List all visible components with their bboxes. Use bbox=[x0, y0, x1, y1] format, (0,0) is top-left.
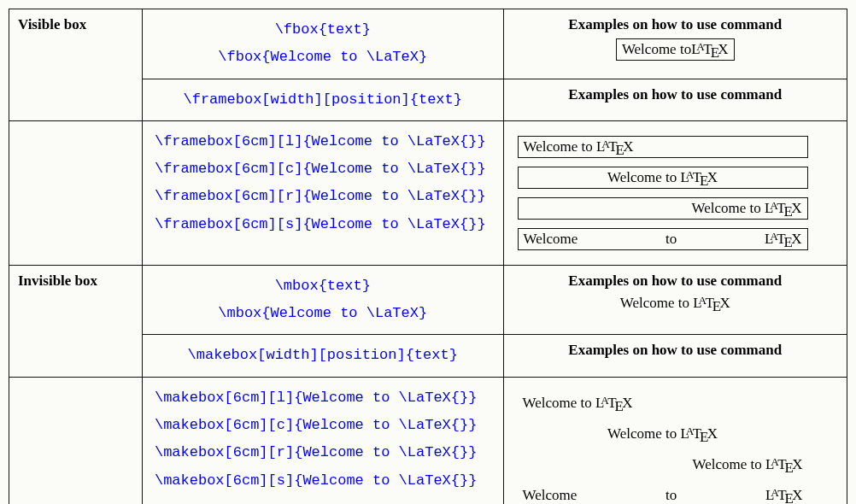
framebox-s-code: \framebox[6cm][s]{Welcome to \LaTeX{}} bbox=[155, 211, 495, 238]
makebox-l-code: \makebox[6cm][l]{Welcome to \LaTeX{}} bbox=[155, 384, 495, 412]
makebox-c-render: Welcome to LATEX bbox=[518, 423, 808, 445]
examples-heading: Examples on how to use command bbox=[513, 342, 838, 359]
welcome-text: Welcome to bbox=[620, 295, 694, 311]
mbox-rendered: Welcome to LATEX bbox=[620, 295, 730, 311]
framebox-heading-cell: Examples on how to use command bbox=[503, 79, 847, 120]
makebox-c-code: \makebox[6cm][c]{Welcome to \LaTeX{}} bbox=[155, 412, 495, 439]
visible-fbox-row: Visible box \fbox{text} \fbox{Welcome to… bbox=[9, 9, 847, 79]
latex-logo: LATEX bbox=[596, 138, 634, 155]
makebox-r-render: Welcome to LATEX bbox=[518, 454, 808, 476]
makebox-examples-row: \makebox[6cm][l]{Welcome to \LaTeX{}} \m… bbox=[9, 377, 847, 504]
makebox-s-render: WelcometoLATEX bbox=[518, 484, 808, 504]
latex-logo: LATEX bbox=[765, 200, 802, 217]
invisible-box-label: Invisible box bbox=[9, 265, 143, 377]
latex-logo: LATEX bbox=[595, 395, 633, 412]
mbox-example-cell: Examples on how to use command Welcome t… bbox=[503, 265, 847, 335]
framebox-c-code: \framebox[6cm][c]{Welcome to \LaTeX{}} bbox=[155, 155, 495, 183]
latex-logo: LATEX bbox=[765, 231, 802, 248]
fbox-syntax: \fbox{text} bbox=[151, 16, 495, 44]
examples-heading: Examples on how to use command bbox=[513, 86, 838, 103]
visible-box-label: Visible box bbox=[9, 9, 143, 121]
framebox-c-render: Welcome to LATEX bbox=[518, 167, 808, 189]
framebox-r-code: \framebox[6cm][r]{Welcome to \LaTeX{}} bbox=[155, 183, 495, 210]
examples-heading: Examples on how to use command bbox=[513, 273, 838, 290]
box-commands-table: Visible box \fbox{text} \fbox{Welcome to… bbox=[9, 9, 847, 504]
fbox-example-cell: Examples on how to use command Welcome t… bbox=[503, 9, 847, 79]
makebox-code-list: \makebox[6cm][l]{Welcome to \LaTeX{}} \m… bbox=[142, 377, 503, 504]
framebox-r-render: Welcome to LATEX bbox=[518, 197, 808, 220]
latex-logo: LATEX bbox=[765, 487, 803, 504]
makebox-heading-cell: Examples on how to use command bbox=[503, 335, 847, 377]
mbox-syntax-cell: \mbox{text} \mbox{Welcome to \LaTeX} bbox=[142, 265, 503, 335]
fbox-syntax-cell: \fbox{text} \fbox{Welcome to \LaTeX} bbox=[142, 9, 503, 79]
makebox-rendered-list: Welcome to LATEX Welcome to LATEX Welcom… bbox=[503, 377, 847, 504]
latex-logo: LATEX bbox=[691, 41, 729, 58]
fbox-rendered: Welcome to LATEX bbox=[616, 38, 735, 61]
mbox-example-code: \mbox{Welcome to \LaTeX} bbox=[151, 300, 495, 327]
framebox-s-render: WelcometoLATEX bbox=[518, 228, 808, 250]
framebox-rendered-list: Welcome to LATEX Welcome to LATEX Welcom… bbox=[503, 120, 847, 265]
welcome-text: Welcome to bbox=[622, 41, 691, 58]
empty-label bbox=[9, 120, 143, 265]
latex-logo: LATEX bbox=[681, 425, 718, 442]
framebox-l-code: \framebox[6cm][l]{Welcome to \LaTeX{}} bbox=[155, 128, 495, 155]
framebox-syntax: \framebox[width][position]{text} bbox=[142, 79, 503, 120]
latex-logo: LATEX bbox=[681, 169, 718, 186]
makebox-r-code: \makebox[6cm][r]{Welcome to \LaTeX{}} bbox=[155, 439, 495, 466]
makebox-l-render: Welcome to LATEX bbox=[518, 392, 808, 414]
framebox-code-list: \framebox[6cm][l]{Welcome to \LaTeX{}} \… bbox=[142, 120, 503, 265]
makebox-syntax: \makebox[width][position]{text} bbox=[142, 335, 503, 377]
mbox-syntax: \mbox{text} bbox=[151, 273, 495, 300]
invisible-mbox-row: Invisible box \mbox{text} \mbox{Welcome … bbox=[9, 265, 847, 335]
framebox-l-render: Welcome to LATEX bbox=[518, 136, 808, 158]
latex-logo: LATEX bbox=[693, 295, 730, 312]
examples-heading: Examples on how to use command bbox=[513, 16, 838, 33]
empty-label bbox=[9, 377, 143, 504]
framebox-examples-row: \framebox[6cm][l]{Welcome to \LaTeX{}} \… bbox=[9, 120, 847, 265]
latex-logo: LATEX bbox=[765, 456, 803, 473]
makebox-s-code: \makebox[6cm][s]{Welcome to \LaTeX{}} bbox=[155, 467, 495, 495]
fbox-example-code: \fbox{Welcome to \LaTeX} bbox=[151, 44, 495, 71]
